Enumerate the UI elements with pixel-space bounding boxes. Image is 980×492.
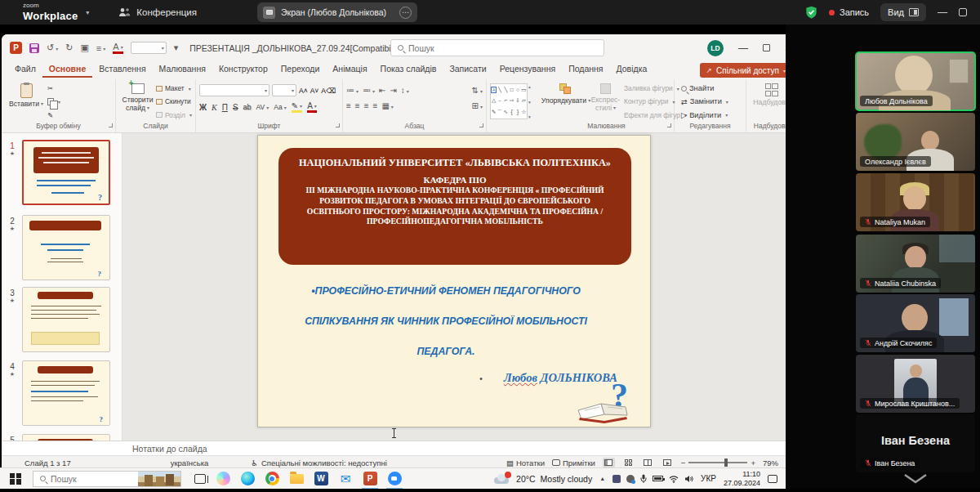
dialog-launcher-icon[interactable] bbox=[336, 123, 340, 127]
decrease-indent-button[interactable]: ⇤ bbox=[379, 86, 385, 95]
tab-review[interactable]: Рецензування bbox=[493, 61, 562, 76]
zoom-in-icon[interactable]: + bbox=[751, 458, 755, 467]
align-text-button[interactable]: ⊞ bbox=[472, 101, 483, 110]
font-color-icon[interactable]: A bbox=[113, 42, 122, 54]
slideshow-view-button[interactable] bbox=[662, 458, 674, 467]
participant-tile-7[interactable]: Іван Безена Іван Безена bbox=[856, 414, 975, 472]
undo-icon[interactable]: ↺ bbox=[47, 42, 58, 53]
tab-record[interactable]: Записати bbox=[443, 61, 492, 76]
highlight-color-button[interactable]: ✎ bbox=[292, 102, 302, 113]
columns-button[interactable]: ▦ bbox=[381, 101, 393, 110]
text-shadow-button[interactable]: ab bbox=[243, 103, 252, 111]
parallelogram-shape-icon[interactable]: ▱ bbox=[522, 97, 526, 104]
teams-tray-icon[interactable] bbox=[612, 475, 621, 483]
cut-button[interactable]: ✂ bbox=[47, 83, 67, 94]
redo-icon[interactable]: ↻ bbox=[65, 42, 73, 53]
shape-effects-button[interactable]: Ефекти для фігур bbox=[621, 110, 670, 120]
change-case-button[interactable]: Aa bbox=[274, 103, 286, 111]
tab-home[interactable]: Основне bbox=[42, 61, 92, 78]
scribble-shape-icon[interactable]: ✎ bbox=[492, 109, 496, 116]
slide-4-thumbnail[interactable]: ? bbox=[22, 360, 110, 426]
tab-file[interactable]: Файл bbox=[8, 61, 42, 76]
tab-transitions[interactable]: Переходи bbox=[274, 61, 327, 76]
font-name-combo[interactable] bbox=[199, 84, 270, 96]
strikethrough-button[interactable]: S bbox=[233, 103, 238, 112]
taskbar-search-input[interactable] bbox=[51, 474, 132, 484]
zoom-app-button[interactable] bbox=[382, 468, 407, 490]
screen-share-tab[interactable]: Экран (Любов Дольнікова) ⋯ bbox=[257, 2, 417, 22]
security-shield-icon[interactable] bbox=[805, 6, 817, 19]
language-indicator[interactable]: українська bbox=[171, 458, 209, 467]
select-button[interactable]: ▷Виділити bbox=[681, 110, 742, 120]
numbering-button[interactable]: ≕ bbox=[363, 86, 375, 95]
dialog-launcher-icon[interactable] bbox=[667, 123, 671, 127]
replace-button[interactable]: ⇄Замінити bbox=[681, 96, 742, 107]
microphone-tray-icon[interactable] bbox=[640, 474, 647, 483]
shapes-grid[interactable]: A ╲ ╲ □ ○ ▭ △ ⌣ ⌐ ⇨ ⇩ ▱ ✎ ⌒ ∿ bbox=[490, 83, 528, 119]
oval-shape-icon[interactable]: ○ bbox=[516, 87, 519, 93]
scroll-participants-down-icon[interactable] bbox=[902, 473, 929, 485]
ppt-minimize-button[interactable]: — bbox=[738, 42, 748, 54]
ppt-search-box[interactable] bbox=[390, 39, 604, 56]
accessibility-status[interactable]: ♿Спеціальні можливості: недоступні bbox=[251, 458, 386, 467]
decrease-font-button[interactable]: A˅ bbox=[310, 87, 319, 95]
slide-sorter-view-button[interactable] bbox=[622, 458, 635, 467]
taskbar-clock[interactable]: 11:10 27.09.2024 bbox=[724, 470, 760, 488]
slide-body-text[interactable]: •ПРОФЕСІЙНО-ЕТИЧНИЙ ФЕНОМЕН ПЕДАГОГІЧНОГ… bbox=[266, 276, 626, 367]
participant-tile-2[interactable]: Олександр Ієвлєв bbox=[856, 113, 975, 171]
quick-styles-button[interactable]: Експрес-стилі bbox=[590, 82, 621, 122]
tab-insert[interactable]: Вставлення bbox=[92, 61, 152, 76]
slideshow-icon[interactable]: ▣ bbox=[80, 42, 88, 53]
curve-shape-icon[interactable]: ⌣ bbox=[498, 97, 501, 104]
rounded-rect-shape-icon[interactable]: ▭ bbox=[521, 87, 526, 93]
user-avatar[interactable]: LD bbox=[707, 40, 724, 56]
share-button[interactable]: ↗ Спільний доступ bbox=[700, 63, 792, 78]
right-brace-shape-icon[interactable]: } bbox=[517, 109, 519, 116]
customize-toolbar-icon[interactable]: ▾ bbox=[174, 42, 179, 53]
slide-canvas[interactable]: НАЦІОНАЛЬНИЙ УНІВЕРСИТЕТ «ЛЬВІВСЬКА ПОЛІ… bbox=[257, 135, 651, 427]
align-right-button[interactable]: ≡ bbox=[364, 101, 369, 110]
shape-outline-button[interactable]: Контур фігури bbox=[621, 96, 670, 107]
align-left-button[interactable]: ≡ bbox=[346, 101, 351, 110]
edge-app-button[interactable] bbox=[235, 468, 260, 490]
tab-help[interactable]: Довідка bbox=[610, 61, 654, 76]
underline-button[interactable]: П bbox=[222, 103, 228, 112]
zoom-level[interactable]: 79% bbox=[763, 458, 778, 467]
task-view-button[interactable] bbox=[194, 474, 206, 484]
meeting-tab[interactable]: Конференция bbox=[118, 7, 197, 17]
down-arrow-shape-icon[interactable]: ⇩ bbox=[515, 97, 519, 104]
tab-view[interactable]: Подання bbox=[562, 61, 609, 76]
keyboard-language[interactable]: УКР bbox=[701, 474, 716, 483]
workspace-chevron-icon[interactable]: ▾ bbox=[86, 9, 89, 16]
hardware-tray-icon[interactable] bbox=[626, 475, 635, 483]
tab-draw[interactable]: Малювання bbox=[153, 61, 212, 76]
zoom-slider[interactable]: − + bbox=[681, 458, 755, 467]
zoom-restore-button[interactable] bbox=[959, 8, 967, 16]
font-size-combo[interactable] bbox=[272, 84, 296, 96]
justify-button[interactable]: ≡ bbox=[373, 101, 378, 110]
increase-font-button[interactable]: A˄ bbox=[299, 87, 308, 95]
format-painter-button[interactable]: ✎ bbox=[47, 110, 67, 120]
zoom-slider-track[interactable] bbox=[688, 462, 747, 463]
participant-tile-3[interactable]: Nataliya Mukan bbox=[856, 173, 975, 231]
zoom-out-icon[interactable]: − bbox=[681, 458, 686, 467]
shapes-more-icon[interactable]: ▾ bbox=[528, 114, 531, 119]
participant-tile-6[interactable]: Мирослав Криштанов... bbox=[856, 355, 975, 413]
line-shape-icon[interactable]: ╲ bbox=[498, 87, 501, 93]
text-box-shape-icon[interactable]: A bbox=[491, 87, 497, 93]
participant-tile-1[interactable]: Любов Дольнікова bbox=[856, 52, 975, 110]
view-button[interactable]: Вид bbox=[880, 3, 926, 21]
slide-title-box[interactable]: НАЦІОНАЛЬНИЙ УНІВЕРСИТЕТ «ЛЬВІВСЬКА ПОЛІ… bbox=[278, 148, 631, 265]
comments-toggle-button[interactable]: Примітки bbox=[552, 458, 595, 467]
dialog-launcher-icon[interactable] bbox=[479, 123, 483, 127]
word-app-button[interactable]: W bbox=[309, 468, 333, 490]
list-icon[interactable]: ≡ bbox=[96, 43, 105, 53]
new-slide-button[interactable]: Створити слайд bbox=[119, 82, 156, 122]
arrow-shape-icon[interactable]: ╲ bbox=[504, 87, 507, 93]
mail-app-button[interactable]: ✉ bbox=[333, 468, 358, 490]
weather-icon[interactable] bbox=[494, 474, 509, 484]
elbow-shape-icon[interactable]: ⌐ bbox=[504, 97, 507, 104]
slide-5-thumbnail[interactable] bbox=[22, 434, 110, 441]
start-button[interactable] bbox=[10, 473, 21, 485]
character-spacing-button[interactable]: AV bbox=[256, 103, 270, 111]
